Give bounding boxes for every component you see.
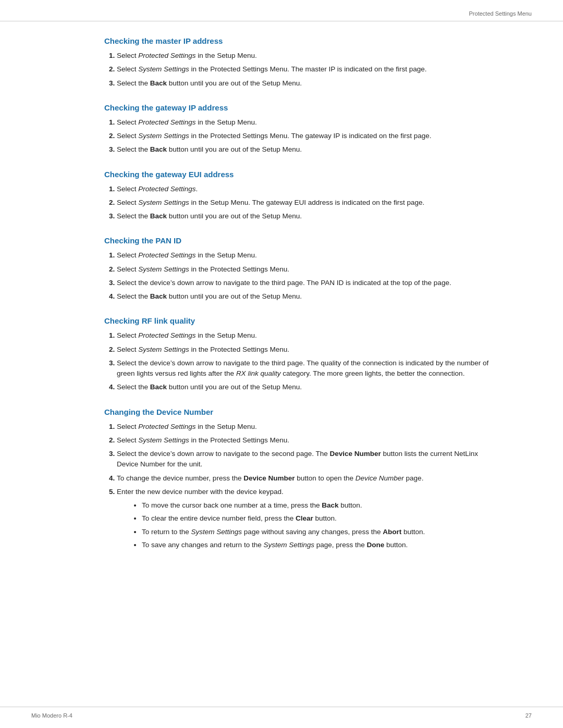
- inline-text: Back: [150, 292, 167, 300]
- footer-left: Mio Modero R-4: [31, 712, 72, 719]
- section-list-device-number: Select Protected Settings in the Setup M…: [117, 422, 500, 551]
- inline-text: Done: [367, 541, 385, 549]
- inline-text: System Settings: [138, 346, 189, 353]
- list-item: To save any changes and return to the Sy…: [142, 540, 500, 550]
- list-item: Select the device’s down arrow to naviga…: [117, 278, 500, 288]
- list-item: Select System Settings in the Protected …: [117, 64, 500, 75]
- inline-text: System Settings: [138, 265, 189, 273]
- list-item: To clear the entire device number field,…: [142, 513, 500, 524]
- list-item: Select the Back button until you are out…: [117, 144, 500, 155]
- header-right: Protected Settings Menu: [469, 10, 532, 17]
- inline-text: System Settings: [263, 541, 314, 549]
- list-item: Select the device’s down arrow to naviga…: [117, 358, 500, 379]
- list-item: Select Protected Settings in the Setup M…: [117, 250, 500, 261]
- list-item: Select the device’s down arrow to naviga…: [117, 449, 500, 470]
- inline-text: Back: [150, 383, 167, 391]
- list-item: Select System Settings in the Protected …: [117, 131, 500, 141]
- section-checking-gateway-eui: Checking the gateway EUI address Select …: [104, 170, 500, 222]
- list-item: Select the Back button until you are out…: [117, 382, 500, 392]
- section-title-rf-link: Checking RF link quality: [104, 316, 500, 325]
- section-checking-gateway-ip: Checking the gateway IP address Select P…: [104, 103, 500, 155]
- main-content: Checking the master IP address Select Pr…: [104, 36, 500, 550]
- inline-text: Device Number: [243, 474, 295, 482]
- inline-text: Protected Settings: [138, 52, 195, 59]
- list-item: Select System Settings in the Protected …: [117, 344, 500, 355]
- subitems-list: To move the cursor back one number at a …: [142, 500, 500, 550]
- list-item: Select System Settings in the Protected …: [117, 264, 500, 275]
- list-item: To return to the System Settings page wi…: [142, 527, 500, 537]
- list-item: Select the Back button until you are out…: [117, 211, 500, 221]
- inline-text: Protected Settings: [138, 331, 195, 339]
- list-item: Select Protected Settings.: [117, 184, 500, 194]
- section-title-master-ip: Checking the master IP address: [104, 36, 500, 45]
- section-title-gateway-eui: Checking the gateway EUI address: [104, 170, 500, 179]
- top-rule: [0, 21, 563, 21]
- list-item: Select the Back button until you are out…: [117, 291, 500, 302]
- inline-text: System Settings: [191, 528, 242, 536]
- section-title-device-number: Changing the Device Number: [104, 408, 500, 416]
- list-item: Select System Settings in the Setup Menu…: [117, 198, 500, 208]
- section-checking-master-ip: Checking the master IP address Select Pr…: [104, 36, 500, 89]
- section-list-master-ip: Select Protected Settings in the Setup M…: [117, 51, 500, 89]
- section-list-pan-id: Select Protected Settings in the Setup M…: [117, 250, 500, 302]
- section-checking-pan-id: Checking the PAN ID Select Protected Set…: [104, 236, 500, 302]
- inline-text: Protected Settings: [138, 118, 195, 126]
- inline-text: RX link quality: [236, 369, 281, 377]
- footer-right: 27: [525, 712, 532, 719]
- list-item: To change the device number, press the D…: [117, 473, 500, 484]
- bottom-rule: [0, 707, 563, 707]
- section-list-gateway-eui: Select Protected Settings. Select System…: [117, 184, 500, 222]
- inline-text: System Settings: [138, 65, 189, 73]
- list-item: Enter the new device number with the dev…: [117, 487, 500, 550]
- list-item: Select Protected Settings in the Setup M…: [117, 330, 500, 341]
- inline-text: Protected Settings: [138, 423, 195, 430]
- inline-text: Device Number: [356, 474, 404, 482]
- section-list-rf-link: Select Protected Settings in the Setup M…: [117, 330, 500, 392]
- inline-text: Back: [322, 501, 338, 509]
- section-title-pan-id: Checking the PAN ID: [104, 236, 500, 245]
- list-item: Select Protected Settings in the Setup M…: [117, 422, 500, 432]
- list-item: To move the cursor back one number at a …: [142, 500, 500, 511]
- inline-text: Clear: [296, 514, 313, 522]
- section-checking-rf-link: Checking RF link quality Select Protecte…: [104, 316, 500, 392]
- inline-text: Protected Settings: [138, 251, 195, 259]
- inline-text: System Settings: [138, 436, 189, 444]
- list-item: Select System Settings in the Protected …: [117, 435, 500, 446]
- inline-text: Back: [150, 79, 167, 87]
- inline-text: Back: [150, 145, 167, 153]
- list-item: Select Protected Settings in the Setup M…: [117, 117, 500, 128]
- inline-text: Protected Settings: [138, 185, 195, 193]
- list-item: Select Protected Settings in the Setup M…: [117, 51, 500, 61]
- section-changing-device-number: Changing the Device Number Select Protec…: [104, 408, 500, 551]
- inline-text: System Settings: [138, 199, 189, 206]
- list-item: Select the Back button until you are out…: [117, 78, 500, 89]
- inline-text: Device Number: [330, 450, 381, 458]
- section-title-gateway-ip: Checking the gateway IP address: [104, 103, 500, 112]
- inline-text: System Settings: [138, 132, 189, 140]
- section-list-gateway-ip: Select Protected Settings in the Setup M…: [117, 117, 500, 155]
- inline-text: Back: [150, 212, 167, 220]
- inline-text: Abort: [383, 528, 401, 536]
